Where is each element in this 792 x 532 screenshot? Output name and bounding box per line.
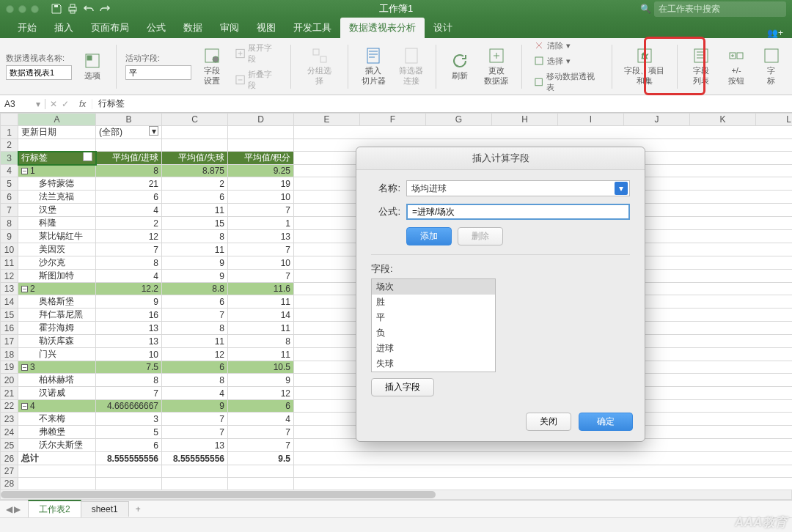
dlg-formula-input[interactable] [406,204,630,220]
options-button[interactable]: 选项 [78,49,107,84]
tab-data[interactable]: 数据 [175,18,211,38]
hscrollbar[interactable] [0,489,792,500]
search-input[interactable]: 在工作表中搜索 [654,1,786,17]
add-sheet-button[interactable]: + [128,502,148,517]
dlg-name-select[interactable]: 场均进球 ▾ [406,180,630,196]
tab-pivot-analyze[interactable]: 数据透视表分析 [340,18,425,38]
name-box[interactable]: A3▾ [0,99,45,109]
filter-conn-button[interactable]: 筛选器 连接 [395,44,427,88]
svg-rect-19 [694,49,708,62]
move-button[interactable]: 移动数据透视表 [531,70,603,95]
share-icon[interactable]: 👥+ [767,28,783,38]
svg-rect-13 [406,48,417,63]
collapse-icon[interactable]: – [21,168,28,174]
col-header[interactable]: C [162,114,228,126]
list-item[interactable]: 负 [372,325,495,341]
search-icon: 🔍 [640,4,651,14]
col-header[interactable]: F [360,114,426,126]
buttons-toggle[interactable]: +/- 按钮 [722,44,751,88]
refresh-button[interactable]: 刷新 [445,49,474,84]
collapse-icon[interactable]: – [21,286,28,292]
enter-icon[interactable]: ✓ [62,99,69,109]
dlg-insert-field-button[interactable]: 插入字段 [371,378,434,396]
list-item[interactable]: 场次 [372,279,495,295]
fields-items-button[interactable]: fx字段、项目 和集 [621,44,668,88]
col-header[interactable]: J [624,114,690,126]
col-header[interactable]: G [426,114,492,126]
print-icon[interactable] [67,3,78,15]
expand-field-button[interactable]: 展开字段 [232,41,282,66]
dlg-delete-button[interactable]: 删除 [458,227,503,245]
field-headers-button[interactable]: 字 标 [757,44,786,88]
col-header[interactable]: B [96,114,162,126]
formula-bar: A3▾ ✕ ✓ fx 行标签 [0,95,792,113]
svg-rect-22 [765,49,778,62]
cancel-icon[interactable]: ✕ [50,99,57,109]
sheet-tab[interactable]: 工作表2 [28,500,81,518]
collapse-icon[interactable]: – [21,403,28,410]
tab-formulas[interactable]: 公式 [138,18,175,38]
field-list-button[interactable]: 字段 列表 [686,44,716,88]
svg-rect-21 [737,53,743,59]
list-item[interactable]: 平 [372,310,495,325]
tab-view[interactable]: 视图 [248,18,285,38]
clear-button[interactable]: 清除 ▾ [531,39,603,53]
col-header[interactable]: A [18,114,96,126]
formula-input[interactable]: 行标签 [92,97,792,110]
select-all-corner[interactable] [1,114,18,126]
dlg-fields-label: 字段: [371,262,630,276]
status-bar [0,517,792,532]
filter-icon[interactable]: ▾ [83,152,92,161]
window-controls[interactable] [6,5,39,13]
svg-rect-15 [535,57,543,64]
tab-insert[interactable]: 插入 [45,18,82,38]
tab-home[interactable]: 开始 [9,18,45,38]
undo-icon[interactable] [83,3,95,15]
change-src-button[interactable]: 更改 数据源 [480,44,512,88]
select-button[interactable]: 选择 ▾ [531,54,603,68]
collapse-icon[interactable]: – [21,364,28,371]
col-header[interactable]: I [558,114,624,126]
col-header[interactable]: E [294,114,360,126]
pt-name-input[interactable] [6,65,72,80]
tab-design[interactable]: 设计 [425,18,461,38]
list-item[interactable]: 进球 [372,341,495,356]
list-item[interactable]: 胜 [372,295,495,310]
dlg-close-button[interactable]: 关闭 [526,413,571,431]
field-settings-button[interactable]: 字段 设置 [197,44,227,88]
filter-icon[interactable]: ▾ [149,126,158,136]
close-dot[interactable] [6,5,14,13]
col-header[interactable]: K [690,114,756,126]
sheet-nav-first-icon[interactable]: ◀ [6,504,12,514]
list-item[interactable]: 失球 [372,356,495,372]
ribbon: 数据透视表名称: 选项 活动字段: 字段 设置 展开字段 折叠字段 分组选择 插… [0,38,792,95]
redo-icon[interactable] [99,3,111,15]
svg-rect-16 [535,78,542,85]
tab-layout[interactable]: 页面布局 [82,18,138,38]
active-field-input[interactable] [125,65,191,80]
dlg-formula-label: 公式: [371,205,400,218]
col-header[interactable]: D [228,114,294,126]
sheet-tab[interactable]: sheet1 [81,501,129,517]
collapse-field-button[interactable]: 折叠字段 [232,67,282,92]
zoom-dot[interactable] [31,5,39,13]
svg-rect-0 [54,5,58,7]
group-select-button[interactable]: 分组选择 [300,44,340,88]
dlg-add-button[interactable]: 添加 [406,227,452,245]
dlg-fields-list[interactable]: 场次 胜 平 负 进球 失球 ... [371,278,496,372]
sheet-nav-last-icon[interactable]: ▶ [14,504,21,514]
svg-rect-5 [87,56,92,60]
save-icon[interactable] [51,3,62,15]
col-header[interactable]: L [756,114,793,126]
minimize-dot[interactable] [18,5,26,13]
col-header[interactable]: H [492,114,558,126]
chevron-down-icon[interactable]: ▾ [615,182,628,195]
svg-rect-11 [320,56,326,62]
dlg-ok-button[interactable]: 确定 [579,413,633,431]
tab-dev[interactable]: 开发工具 [285,18,340,38]
tab-review[interactable]: 审阅 [211,18,248,38]
fx-icon[interactable]: fx [73,99,92,109]
titlebar: 工作簿1 🔍 在工作表中搜索 [0,0,792,18]
insert-slicer-button[interactable]: 插入 切片器 [357,44,389,88]
list-item[interactable]: ... [372,372,495,372]
